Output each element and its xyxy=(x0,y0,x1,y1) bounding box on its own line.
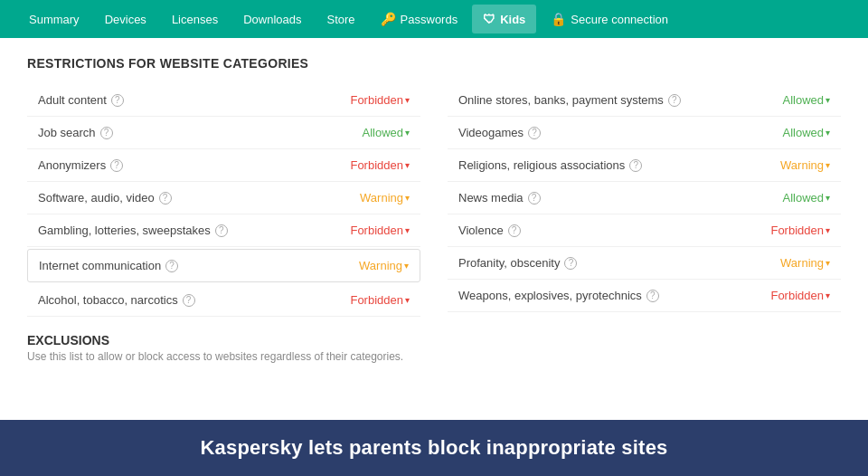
row-alcohol: Alcohol, tobacco, narcotics ? Forbidden … xyxy=(27,284,420,317)
restrictions-grid: Adult content ? Forbidden ▾ Job search ?… xyxy=(27,84,841,317)
row-software-audio-video: Software, audio, video ? Warning ▾ xyxy=(27,182,420,214)
anonymizers-status[interactable]: Forbidden ▾ xyxy=(350,158,410,172)
top-nav: Summary Devices Licenses Downloads Store… xyxy=(0,0,868,38)
gambling-info-icon[interactable]: ? xyxy=(215,224,228,237)
alcohol-status[interactable]: Forbidden ▾ xyxy=(350,293,410,307)
weapons-status[interactable]: Forbidden ▾ xyxy=(770,289,830,302)
row-weapons: Weapons, explosives, pyrotechnics ? Forb… xyxy=(448,280,841,312)
weapons-info-icon[interactable]: ? xyxy=(646,290,659,302)
violence-status[interactable]: Forbidden ▾ xyxy=(770,224,830,237)
banner-text: Kaspersky lets parents block inappropria… xyxy=(200,436,667,459)
alcohol-info-icon[interactable]: ? xyxy=(183,294,195,307)
news-media-info-icon[interactable]: ? xyxy=(528,192,541,205)
nav-downloads[interactable]: Downloads xyxy=(232,5,312,33)
anonymizers-info-icon[interactable]: ? xyxy=(110,159,123,172)
chevron-down-icon: ▾ xyxy=(826,225,830,235)
row-videogames: Videogames ? Allowed ▾ xyxy=(448,117,841,149)
row-news-media: News media ? Allowed ▾ xyxy=(448,182,841,214)
row-religions: Religions, religious associations ? Warn… xyxy=(448,149,841,182)
row-violence: Violence ? Forbidden ▾ xyxy=(448,214,841,247)
chevron-down-icon: ▾ xyxy=(405,95,410,105)
news-media-status[interactable]: Allowed ▾ xyxy=(782,191,830,205)
chevron-down-icon: ▾ xyxy=(405,225,410,235)
row-online-stores: Online stores, banks, payment systems ? … xyxy=(448,84,841,117)
section-title: RESTRICTIONS FOR WEBSITE CATEGORIES xyxy=(27,56,841,71)
violence-info-icon[interactable]: ? xyxy=(508,224,521,237)
nav-passwords[interactable]: 🔑 Passwords xyxy=(370,5,469,33)
row-job-search: Job search ? Allowed ▾ xyxy=(27,117,420,149)
main-container: Summary Devices Licenses Downloads Store… xyxy=(0,0,868,476)
software-status[interactable]: Warning ▾ xyxy=(360,191,410,205)
shield-icon: 🛡 xyxy=(483,12,495,26)
chevron-down-icon: ▾ xyxy=(404,261,409,271)
chevron-down-icon: ▾ xyxy=(826,290,830,300)
content-area: RESTRICTIONS FOR WEBSITE CATEGORIES Adul… xyxy=(0,38,868,420)
job-search-info-icon[interactable]: ? xyxy=(100,127,113,139)
chevron-down-icon: ▾ xyxy=(405,160,410,170)
software-info-icon[interactable]: ? xyxy=(159,192,172,205)
adult-content-status[interactable]: Forbidden ▾ xyxy=(350,93,410,107)
nav-licenses[interactable]: Licenses xyxy=(161,5,229,33)
chevron-down-icon: ▾ xyxy=(405,128,410,138)
internet-comm-info-icon[interactable]: ? xyxy=(165,260,178,272)
job-search-status[interactable]: Allowed ▾ xyxy=(362,126,410,139)
chevron-down-icon: ▾ xyxy=(826,128,830,138)
videogames-info-icon[interactable]: ? xyxy=(528,127,541,139)
left-column: Adult content ? Forbidden ▾ Job search ?… xyxy=(27,84,420,317)
chevron-down-icon: ▾ xyxy=(826,258,830,268)
chevron-down-icon: ▾ xyxy=(826,95,830,105)
exclusions-title: EXCLUSIONS xyxy=(27,333,841,347)
gambling-status[interactable]: Forbidden ▾ xyxy=(350,224,410,237)
key-icon: 🔑 xyxy=(381,12,396,26)
exclusions-description: Use this list to allow or block access t… xyxy=(27,350,841,363)
online-stores-status[interactable]: Allowed ▾ xyxy=(782,93,830,107)
religions-status[interactable]: Warning ▾ xyxy=(780,158,830,172)
nav-summary[interactable]: Summary xyxy=(18,5,90,33)
nav-secure-connection[interactable]: 🔒 Secure connection xyxy=(540,5,679,33)
row-profanity: Profanity, obscenity ? Warning ▾ xyxy=(448,247,841,280)
row-anonymizers: Anonymizers ? Forbidden ▾ xyxy=(27,149,420,182)
videogames-status[interactable]: Allowed ▾ xyxy=(782,126,830,139)
chevron-down-icon: ▾ xyxy=(405,193,410,203)
row-gambling: Gambling, lotteries, sweepstakes ? Forbi… xyxy=(27,214,420,247)
chevron-down-icon: ▾ xyxy=(405,295,410,305)
nav-store[interactable]: Store xyxy=(316,5,366,33)
religions-info-icon[interactable]: ? xyxy=(629,159,642,172)
chevron-down-icon: ▾ xyxy=(826,193,830,203)
lock-icon: 🔒 xyxy=(551,12,566,26)
bottom-banner: Kaspersky lets parents block inappropria… xyxy=(0,420,868,476)
chevron-down-icon: ▾ xyxy=(826,160,830,170)
right-column: Online stores, banks, payment systems ? … xyxy=(448,84,841,317)
exclusions-section: EXCLUSIONS Use this list to allow or blo… xyxy=(27,333,841,363)
internet-comm-status[interactable]: Warning ▾ xyxy=(359,259,409,272)
profanity-info-icon[interactable]: ? xyxy=(564,257,577,270)
nav-kids[interactable]: 🛡 Kids xyxy=(472,5,536,33)
profanity-status[interactable]: Warning ▾ xyxy=(780,256,830,270)
row-adult-content: Adult content ? Forbidden ▾ xyxy=(27,84,420,117)
online-stores-info-icon[interactable]: ? xyxy=(668,94,681,107)
nav-devices[interactable]: Devices xyxy=(94,5,157,33)
row-internet-communication: Internet communication ? Warning ▾ xyxy=(27,249,420,282)
adult-content-info-icon[interactable]: ? xyxy=(111,94,124,107)
